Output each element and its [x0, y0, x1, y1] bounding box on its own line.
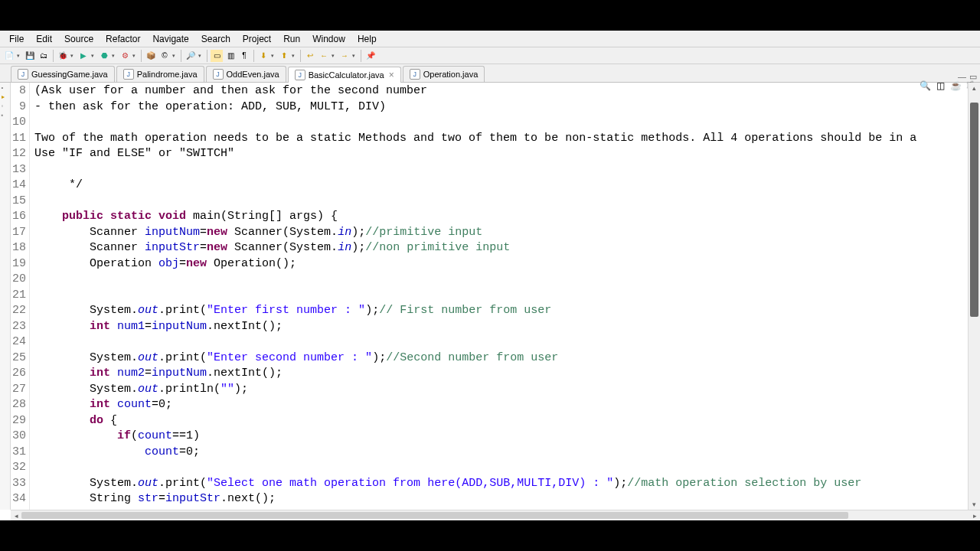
code-line[interactable]: */: [34, 178, 968, 194]
line-number: 25: [12, 350, 26, 367]
line-number: 19: [12, 256, 26, 272]
new-class-icon[interactable]: ©: [158, 50, 171, 62]
breakpoint-strip-icon[interactable]: •: [2, 84, 9, 92]
code-line[interactable]: (Ask user for a number and then ask for …: [34, 83, 968, 99]
back-icon[interactable]: ←: [318, 50, 330, 62]
code-line[interactable]: Scanner inputStr=new Scanner(System.in);…: [34, 240, 968, 256]
line-number: 24: [12, 334, 26, 350]
code-line[interactable]: do {: [34, 413, 968, 429]
tab-label: Operation.java: [423, 70, 479, 79]
hscroll-thumb[interactable]: [21, 512, 848, 519]
line-number: 20: [12, 272, 26, 288]
toggle-mark-icon[interactable]: ▭: [211, 50, 223, 62]
new-package-icon[interactable]: 📦: [145, 50, 157, 62]
horizontal-scrollbar[interactable]: ◂ ▸: [11, 510, 980, 520]
menu-run[interactable]: Run: [277, 32, 306, 46]
code-editor[interactable]: (Ask user for a number and then ask for …: [30, 83, 968, 510]
vscroll-thumb[interactable]: [970, 103, 978, 317]
save-all-icon[interactable]: 🗂: [38, 50, 50, 62]
code-line[interactable]: [34, 288, 968, 304]
scroll-up-icon[interactable]: ▴: [969, 83, 980, 93]
tab-label: Palindrome.java: [137, 70, 198, 79]
code-line[interactable]: int num1=inputNum.nextInt();: [34, 319, 968, 335]
code-line[interactable]: int num2=inputNum.nextInt();: [34, 366, 968, 382]
debug-icon[interactable]: 🐞: [57, 50, 69, 62]
run-icon[interactable]: ▶: [77, 50, 90, 62]
line-number: 21: [12, 288, 26, 304]
coverage-icon[interactable]: ⬣: [98, 50, 110, 62]
scroll-right-icon[interactable]: ▸: [969, 510, 980, 520]
left-ruler: • ▸ ◦ ▪: [0, 83, 11, 510]
scroll-down-icon[interactable]: ▾: [969, 499, 980, 510]
tab-guessinggame[interactable]: JGuessingGame.java: [11, 66, 115, 82]
warning-strip-icon[interactable]: ▸: [2, 93, 9, 101]
prev-annotation-icon[interactable]: ⬆: [278, 50, 290, 62]
code-line[interactable]: [34, 272, 968, 288]
bookmark-strip-icon[interactable]: ◦: [2, 103, 9, 110]
tab-palindrome[interactable]: JPalindrome.java: [116, 66, 204, 82]
next-annotation-icon[interactable]: ⬇: [257, 50, 270, 62]
code-line[interactable]: public static void main(String[] args) {: [34, 209, 968, 225]
line-number: 11: [12, 131, 26, 147]
line-number: 8: [12, 83, 26, 99]
menu-edit[interactable]: Edit: [30, 32, 58, 46]
menu-file[interactable]: File: [3, 32, 30, 46]
menu-navigate[interactable]: Navigate: [146, 32, 194, 46]
line-number-gutter: 8910111213141516171819202122232425262728…: [11, 83, 30, 510]
tab-operation[interactable]: JOperation.java: [403, 66, 485, 82]
line-number: 29: [12, 413, 26, 429]
line-number: 16: [12, 209, 26, 225]
java-file-icon: J: [410, 69, 420, 80]
code-line[interactable]: [34, 194, 968, 210]
java-file-icon: J: [295, 70, 305, 80]
main-toolbar: 📄▾ 💾 🗂 🐞▾ ▶▾ ⬣▾ ⚙▾ 📦 ©▾ 🔎▾ ▭ ▥ ¶ ⬇▾ ⬆▾ ↩…: [0, 47, 980, 64]
code-line[interactable]: [34, 460, 968, 476]
code-line[interactable]: System.out.print("Enter second number : …: [34, 350, 968, 367]
tab-label: GuessingGame.java: [31, 70, 108, 79]
code-line[interactable]: [34, 115, 968, 131]
menu-window[interactable]: Window: [306, 32, 351, 46]
code-line[interactable]: Use "IF and ELSE" or "SWITCH": [34, 146, 968, 162]
ext-tools-icon[interactable]: ⚙: [119, 50, 131, 62]
code-line[interactable]: if(count==1): [34, 429, 968, 445]
menu-refactor[interactable]: Refactor: [100, 32, 146, 46]
line-number: 15: [12, 194, 26, 210]
ide-window: File Edit Source Refactor Navigate Searc…: [0, 31, 980, 520]
forward-icon[interactable]: →: [338, 50, 351, 62]
menu-search[interactable]: Search: [195, 32, 237, 46]
toggle-ws-icon[interactable]: ¶: [238, 50, 250, 62]
vertical-scrollbar[interactable]: ▴ ▾: [968, 83, 980, 510]
tab-basiccalculator[interactable]: JBasicCalculator.java×: [288, 67, 401, 83]
editor-tabs: JGuessingGame.java JPalindrome.java JOdd…: [0, 64, 980, 83]
close-tab-icon[interactable]: ×: [389, 70, 394, 80]
java-file-icon: J: [213, 69, 224, 80]
code-line[interactable]: count=0;: [34, 445, 968, 461]
new-icon[interactable]: 📄: [3, 50, 15, 62]
menu-project[interactable]: Project: [237, 32, 277, 46]
code-line[interactable]: String str=inputStr.next();: [34, 491, 968, 507]
code-line[interactable]: Operation obj=new Operation();: [34, 256, 968, 272]
open-type-icon[interactable]: 🔎: [185, 50, 197, 62]
toggle-block-icon[interactable]: ▥: [224, 50, 237, 62]
code-line[interactable]: System.out.println("");: [34, 382, 968, 398]
code-line[interactable]: Two of the math operation needs to be a …: [34, 131, 968, 147]
pin-icon[interactable]: 📌: [364, 50, 377, 62]
code-line[interactable]: Scanner inputNum=new Scanner(System.in);…: [34, 225, 968, 241]
menu-source[interactable]: Source: [58, 32, 100, 46]
last-edit-icon[interactable]: ↩: [304, 50, 316, 62]
code-line[interactable]: System.out.print("Select one math operat…: [34, 476, 968, 492]
scroll-left-icon[interactable]: ◂: [11, 510, 21, 520]
line-number: 23: [12, 319, 26, 335]
code-line[interactable]: - then ask for the operation: ADD, SUB, …: [34, 99, 968, 116]
menu-bar: File Edit Source Refactor Navigate Searc…: [0, 31, 980, 47]
save-icon[interactable]: 💾: [24, 50, 36, 62]
tab-oddeven[interactable]: JOddEven.java: [206, 66, 286, 82]
code-line[interactable]: [34, 162, 968, 178]
code-line[interactable]: [34, 334, 968, 350]
task-strip-icon[interactable]: ▪: [2, 112, 9, 119]
line-number: 12: [12, 146, 26, 162]
menu-help[interactable]: Help: [351, 32, 383, 46]
code-line[interactable]: int count=0;: [34, 397, 968, 413]
code-line[interactable]: System.out.print("Enter first number : "…: [34, 303, 968, 319]
line-number: 31: [12, 445, 26, 461]
